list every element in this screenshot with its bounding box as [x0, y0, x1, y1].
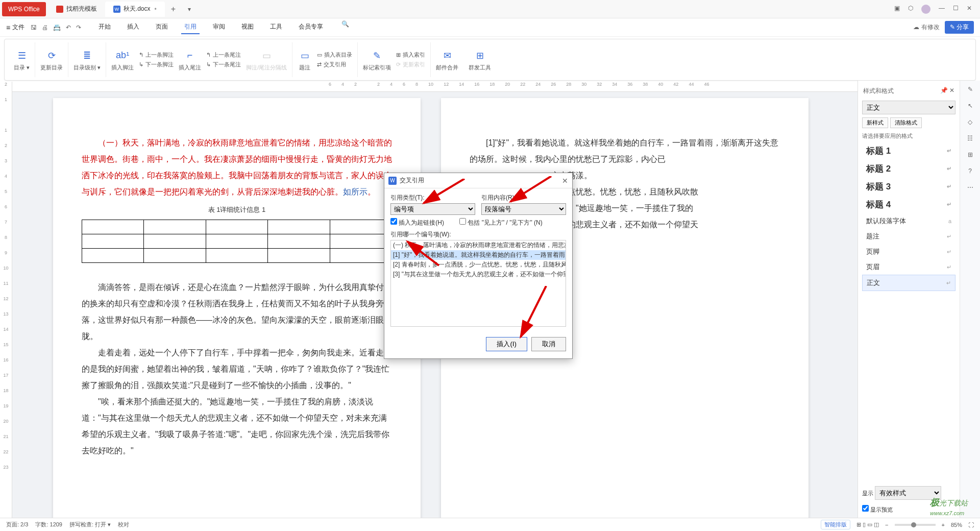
- object-icon[interactable]: ⊞: [968, 151, 973, 158]
- tab-document[interactable]: W 秋天.docx •: [105, 2, 165, 17]
- tab-add-button[interactable]: +: [165, 5, 182, 14]
- tab-menu-button[interactable]: ▾: [182, 6, 197, 13]
- style-heading4[interactable]: 标题 4↵: [862, 196, 955, 213]
- style-body[interactable]: 正文↵: [862, 275, 955, 291]
- close-icon[interactable]: ✕: [967, 5, 972, 14]
- style-header[interactable]: 页眉↵: [862, 259, 955, 275]
- para-1: 滴滴答答，是雨在倾诉，还是心在流血？一片黯然浮于眼眸，为什么我用真挚付出的换来的…: [82, 279, 392, 345]
- zoom-out-icon[interactable]: −: [885, 522, 888, 528]
- table-caption: 表 1详细统计信息 1: [82, 203, 392, 216]
- next-footnote[interactable]: ↳ 下一条脚注: [139, 61, 174, 68]
- save-icon[interactable]: 🖫: [31, 24, 37, 31]
- svg-line-2: [407, 242, 439, 266]
- print-icon[interactable]: 🖨: [42, 24, 48, 31]
- help-icon[interactable]: ?: [968, 167, 972, 175]
- hyperlink-checkbox[interactable]: 插入为超链接(H): [390, 218, 444, 227]
- ribbon-caption[interactable]: ▭题注: [292, 42, 317, 77]
- tab-tools[interactable]: 工具: [267, 20, 285, 34]
- titlebar: WPS Office 找稻壳模板 W 秋天.docx • + ▾ ▣ ⬡ — ☐…: [0, 0, 980, 18]
- minimize-icon[interactable]: —: [939, 5, 945, 14]
- next-endnote[interactable]: ↳ 下一条尾注: [206, 61, 241, 68]
- zoom-value[interactable]: 85%: [951, 522, 962, 528]
- tab-reference[interactable]: 引用: [181, 20, 200, 34]
- page-indicator[interactable]: 页面: 2/3: [6, 521, 28, 528]
- update-index[interactable]: ⟳ 更新索引: [396, 61, 425, 68]
- statusbar: 页面: 2/3 字数: 1209 拼写检查: 打开 ▾ 校对 智能排版 ⊞ ▯ …: [0, 518, 980, 531]
- list-item[interactable]: [3] "与其在这里做一个怨天尤人的悲观主义者，还不如做一个仰望: [391, 270, 566, 279]
- fit-icon[interactable]: ⛶: [968, 522, 974, 528]
- pending-label[interactable]: ☁ 有修改: [913, 23, 939, 32]
- show-label: 显示: [862, 490, 873, 496]
- clear-format-button[interactable]: 清除格式: [890, 117, 922, 128]
- style-default-font[interactable]: 默认段落字体a: [862, 213, 955, 229]
- avatar-icon[interactable]: [921, 5, 930, 14]
- layers-icon[interactable]: ☷: [967, 135, 973, 142]
- style-heading1[interactable]: 标题 1↵: [862, 142, 955, 160]
- pin-icon[interactable]: 📌 ✕: [940, 87, 954, 95]
- menu-icon[interactable]: ≡: [6, 23, 10, 32]
- tab-member[interactable]: 会员专享: [296, 20, 326, 34]
- dialog-close-icon[interactable]: ✕: [562, 177, 568, 185]
- maximize-icon[interactable]: ☐: [953, 5, 959, 14]
- ribbon-toc[interactable]: ☰目录 ▾: [9, 42, 35, 77]
- zoom-in-icon[interactable]: +: [942, 522, 945, 528]
- prev-footnote[interactable]: ↰ 上一条脚注: [139, 51, 174, 59]
- layout-icon[interactable]: ▣: [894, 5, 900, 14]
- tab-insert[interactable]: 插入: [124, 20, 142, 34]
- smart-layout[interactable]: 智能排版: [821, 520, 850, 529]
- menubar: ≡ 文件 🖫 🖨 📇 ↶ ↷ 开始 插入 页面 引用 审阅 视图 工具 会员专享…: [0, 18, 980, 37]
- ribbon-mark-index[interactable]: ✎标记索引项: [358, 42, 396, 77]
- style-heading2[interactable]: 标题 2↵: [862, 160, 955, 178]
- page-left[interactable]: （一）秋天，落叶满地，冷寂的秋雨肆意地宣泄着它的情绪，用悲凉给这个暗营的世界调色…: [53, 98, 421, 518]
- ribbon-footnote[interactable]: ab¹插入脚注: [106, 42, 139, 77]
- zoom-slider[interactable]: [895, 524, 936, 526]
- style-footer[interactable]: 页脚↵: [862, 244, 955, 259]
- ribbon-mailmerge[interactable]: ✉邮件合并: [431, 42, 463, 77]
- tab-view[interactable]: 视图: [238, 20, 257, 34]
- para-3: "唉，看来那个插曲还挺大的。"她逗趣地一笑，一手揽住了我的肩膀，淡淡说道："与其…: [82, 394, 392, 459]
- word-count[interactable]: 字数: 1209: [35, 521, 62, 528]
- print-preview-icon[interactable]: 📇: [53, 24, 61, 31]
- insert-table-toc[interactable]: ▭ 插入表目录: [317, 51, 352, 59]
- ribbon-toc-level[interactable]: ≣目录级别 ▾: [68, 42, 106, 77]
- tab-start[interactable]: 开始: [95, 20, 114, 34]
- proofing[interactable]: 校对: [118, 521, 129, 528]
- insert-index[interactable]: ⊞ 插入索引: [396, 51, 425, 59]
- spell-check[interactable]: 拼写检查: 打开: [69, 521, 106, 527]
- ribbon-separator: ▭脚注/尾注分隔线: [241, 42, 292, 77]
- cube-icon[interactable]: ⬡: [908, 5, 913, 14]
- ribbon-index-extra: ⊞ 插入索引⟳ 更新索引: [396, 42, 431, 77]
- empty-table[interactable]: [82, 220, 392, 263]
- para-r1b: 心中荡漾。: [551, 167, 780, 184]
- include-checkbox[interactable]: 包括 "见上方" / "见下方" (N): [459, 218, 543, 227]
- style-heading3[interactable]: 标题 3↵: [862, 178, 955, 196]
- styles-pane: 样式和格式 📌 ✕ 正文 新样式 清除格式 请选择要应用的格式 标题 1↵ 标题…: [857, 81, 960, 518]
- current-style-select[interactable]: 正文: [862, 101, 955, 114]
- more-icon[interactable]: ⋯: [967, 184, 973, 191]
- ribbon-endnote[interactable]: ⌐插入尾注: [174, 42, 206, 77]
- undo-icon[interactable]: ↶: [66, 24, 71, 31]
- file-menu[interactable]: 文件: [12, 23, 24, 32]
- style-caption[interactable]: 题注↵: [862, 229, 955, 244]
- cross-ref[interactable]: ⇄ 交叉引用: [317, 61, 352, 68]
- tab-page[interactable]: 页面: [153, 20, 171, 34]
- ruler-vertical: 211234567891011121314151617181920212223: [0, 82, 12, 518]
- preview-checkbox[interactable]: [862, 505, 869, 512]
- tab-close-icon[interactable]: •: [154, 6, 156, 13]
- ribbon-bulk[interactable]: ⊞群发工具: [463, 42, 496, 77]
- search-icon[interactable]: 🔍: [341, 20, 349, 34]
- app-name: WPS Office: [8, 6, 40, 13]
- window-controls: ▣ ⬡ — ☐ ✕: [894, 5, 980, 14]
- shape-icon[interactable]: ◇: [968, 118, 972, 126]
- ribbon-update-toc[interactable]: ⟳更新目录: [35, 42, 68, 77]
- new-style-button[interactable]: 新样式: [862, 117, 888, 128]
- prev-endnote[interactable]: ↰ 上一条尾注: [206, 51, 241, 59]
- tab-review[interactable]: 审阅: [210, 20, 228, 34]
- redo-icon[interactable]: ↷: [76, 24, 81, 31]
- tab-templates[interactable]: 找稻壳模板: [48, 2, 105, 17]
- select-icon[interactable]: ↖: [968, 102, 973, 109]
- link-text[interactable]: 如所示: [343, 187, 368, 196]
- view-mode-icon[interactable]: ⊞ ▯ ▭ ◫: [856, 521, 879, 528]
- share-button[interactable]: ✎ 分享: [945, 21, 974, 34]
- edit-icon[interactable]: ✎: [968, 86, 973, 93]
